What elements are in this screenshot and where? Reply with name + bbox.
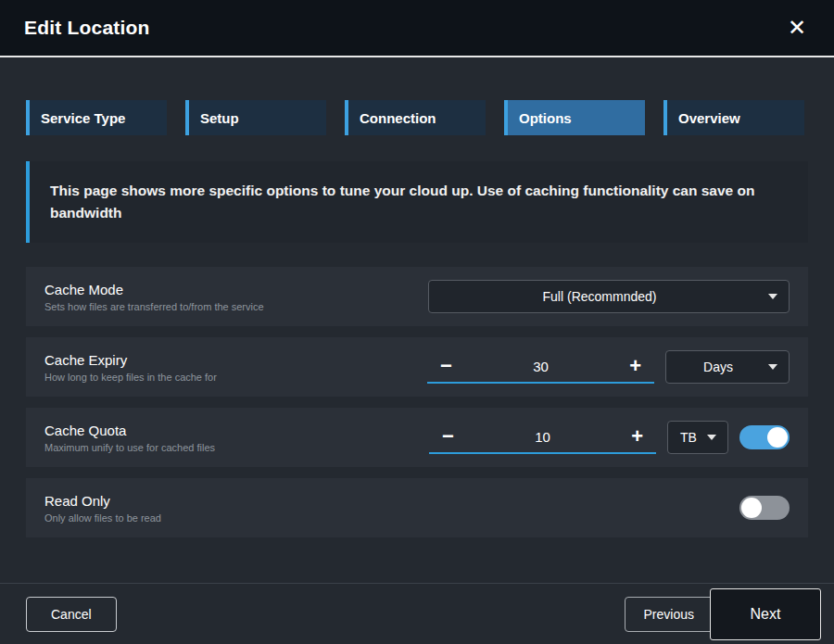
tab-connection[interactable]: Connection [345, 100, 486, 135]
cache-mode-value: Full (Recommnded) [440, 289, 759, 304]
toggle-knob [767, 427, 788, 448]
cache-quota-toggle[interactable] [739, 425, 790, 449]
info-text: This page shows more specific options to… [50, 180, 788, 224]
cache-mode-label: Cache Mode [44, 282, 264, 297]
read-only-description: Only allow files to be read [44, 512, 161, 524]
chevron-down-icon [768, 364, 777, 370]
tab-setup[interactable]: Setup [185, 100, 326, 135]
cache-expiry-unit-value: Days [677, 360, 759, 374]
increment-button[interactable]: + [626, 426, 649, 447]
setting-row-cache-mode: Cache Mode Sets how files are transferre… [26, 267, 808, 326]
cache-mode-description: Sets how files are transferred to/from t… [44, 301, 264, 312]
decrement-button[interactable]: − [436, 426, 460, 447]
next-button[interactable]: Next [710, 588, 821, 640]
tab-options[interactable]: Options [504, 100, 645, 135]
cache-expiry-description: How long to keep files in the cache for [44, 372, 217, 383]
close-icon[interactable]: ✕ [784, 13, 810, 43]
tab-overview[interactable]: Overview [663, 100, 804, 135]
cache-expiry-value[interactable]: 30 [458, 359, 624, 374]
increment-button[interactable]: + [624, 356, 647, 376]
info-banner: This page shows more specific options to… [26, 161, 808, 243]
dialog-header: Edit Location ✕ [0, 0, 834, 57]
cache-quota-description: Maximum unify to use for cached files [44, 442, 215, 453]
cache-mode-select[interactable]: Full (Recommnded) [428, 280, 790, 313]
edit-location-dialog: Edit Location ✕ Service Type Setup Conne… [0, 0, 834, 644]
cache-quota-label: Cache Quota [44, 423, 215, 438]
chevron-down-icon [707, 435, 716, 440]
setting-row-cache-expiry: Cache Expiry How long to keep files in t… [26, 337, 808, 397]
cache-quota-value[interactable]: 10 [460, 429, 626, 445]
cache-quota-stepper: − 10 + [429, 421, 656, 454]
cache-quota-unit-select[interactable]: TB [667, 421, 728, 454]
cache-expiry-label: Cache Expiry [44, 352, 217, 368]
cache-quota-unit-value: TB [679, 430, 698, 445]
wizard-tabs: Service Type Setup Connection Options Ov… [26, 100, 808, 135]
cache-expiry-unit-select[interactable]: Days [665, 350, 790, 384]
cache-expiry-stepper: − 30 + [427, 350, 654, 384]
decrement-button[interactable]: − [435, 356, 458, 376]
read-only-toggle[interactable] [739, 496, 790, 520]
setting-row-read-only: Read Only Only allow files to be read [26, 478, 808, 537]
cancel-button[interactable]: Cancel [26, 597, 117, 632]
toggle-knob [741, 498, 762, 518]
chevron-down-icon [768, 294, 777, 299]
tab-service-type[interactable]: Service Type [26, 100, 167, 135]
dialog-title: Edit Location [24, 17, 150, 39]
dialog-body: Service Type Setup Connection Options Ov… [0, 57, 834, 583]
read-only-label: Read Only [44, 493, 161, 509]
previous-button[interactable]: Previous [625, 597, 714, 632]
setting-row-cache-quota: Cache Quota Maximum unify to use for cac… [26, 408, 808, 467]
dialog-footer: Cancel Previous Next [0, 583, 834, 644]
